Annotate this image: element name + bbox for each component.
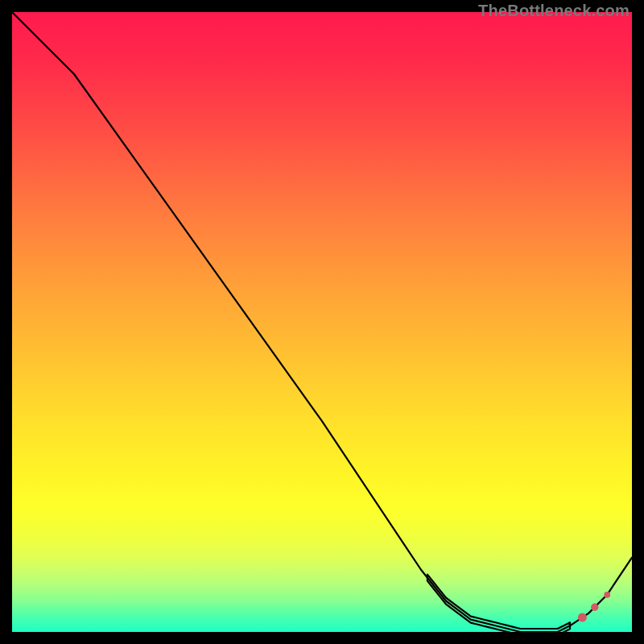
- watermark-text: TheBottleneck.com: [478, 2, 630, 20]
- highlight-dot: [578, 613, 587, 622]
- chart-frame: TheBottleneck.com: [0, 0, 644, 644]
- bottleneck-curve: [12, 12, 632, 632]
- highlight-dot: [591, 604, 598, 611]
- highlight-dot: [604, 592, 610, 598]
- dots-layer: [578, 592, 610, 622]
- plot-area: [12, 12, 632, 632]
- curve-layer: [12, 12, 632, 632]
